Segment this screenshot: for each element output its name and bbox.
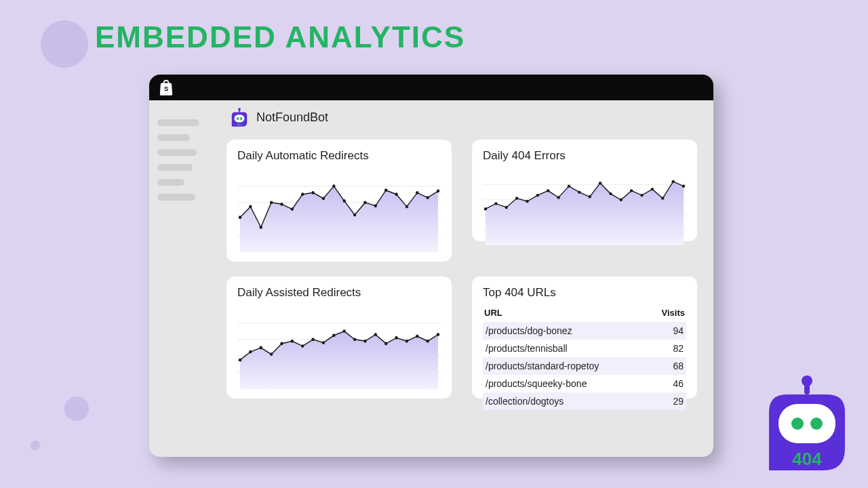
col-header-url: URL — [484, 308, 502, 318]
svg-point-71 — [363, 340, 366, 343]
cell-url: /products/standard-ropetoy — [486, 361, 599, 371]
sidebar-item-placeholder[interactable] — [157, 149, 197, 156]
svg-point-65 — [301, 344, 304, 348]
svg-point-73 — [384, 342, 387, 346]
svg-point-45 — [588, 195, 591, 198]
col-header-visits: Visits — [662, 308, 685, 318]
table-row[interactable]: /products/standard-ropetoy68 — [483, 357, 686, 375]
svg-point-30 — [437, 189, 439, 192]
svg-point-44 — [578, 190, 580, 193]
svg-rect-80 — [804, 384, 810, 394]
svg-point-40 — [536, 194, 539, 197]
cell-visits: 68 — [673, 361, 684, 371]
svg-point-74 — [395, 336, 397, 340]
svg-point-42 — [557, 196, 559, 199]
svg-point-35 — [484, 207, 487, 210]
svg-point-37 — [505, 206, 508, 209]
page-title: EMBEDDED ANALYTICS — [95, 20, 465, 54]
svg-point-39 — [526, 200, 528, 203]
table-body: /products/dog-bonez94/products/tennisbal… — [483, 322, 686, 410]
svg-point-62 — [270, 352, 273, 356]
svg-point-52 — [661, 197, 664, 199]
cell-url: /collection/dogtoys — [486, 396, 564, 407]
svg-point-23 — [363, 201, 366, 204]
svg-point-29 — [426, 196, 429, 199]
svg-text:S: S — [164, 85, 168, 92]
card-title: Daily 404 Errors — [483, 149, 686, 163]
svg-point-82 — [791, 418, 804, 430]
shopify-bag-icon: S — [159, 79, 174, 96]
cell-url: /products/dog-bonez — [486, 325, 572, 336]
svg-point-4 — [237, 117, 239, 120]
table-row[interactable]: /products/dog-bonez94 — [483, 322, 686, 340]
svg-point-25 — [384, 188, 387, 192]
svg-point-69 — [342, 329, 345, 333]
svg-point-75 — [406, 340, 408, 343]
sidebar-item-placeholder[interactable] — [157, 134, 190, 141]
chart-404-errors — [483, 167, 686, 248]
sidebar-item-placeholder[interactable] — [157, 179, 184, 186]
svg-point-47 — [609, 192, 612, 195]
svg-point-50 — [640, 194, 643, 197]
table-row[interactable]: /products/tennisball82 — [483, 340, 686, 357]
svg-point-14 — [270, 201, 273, 204]
card-daily-404-errors: Daily 404 Errors — [472, 140, 697, 241]
svg-point-26 — [395, 192, 397, 196]
app-content: 404 NotFoundBot Daily Automatic Redirect… — [210, 100, 713, 457]
app-window: S 404 — [149, 75, 713, 457]
svg-point-54 — [682, 184, 685, 187]
svg-point-48 — [620, 199, 623, 201]
svg-point-15 — [280, 203, 283, 206]
sidebar-item-placeholder[interactable] — [157, 164, 193, 171]
card-daily-assisted-redirects: Daily Assisted Redirects — [226, 277, 452, 399]
svg-point-5 — [240, 117, 243, 120]
svg-point-49 — [630, 189, 633, 192]
svg-point-22 — [353, 214, 356, 217]
decorative-circle — [41, 20, 88, 68]
svg-point-38 — [515, 197, 518, 199]
card-title: Top 404 URLs — [483, 286, 686, 300]
svg-point-36 — [494, 202, 497, 205]
svg-point-18 — [311, 191, 314, 195]
svg-point-77 — [426, 340, 429, 343]
cell-visits: 94 — [673, 325, 684, 336]
svg-rect-3 — [235, 115, 245, 122]
svg-point-68 — [332, 333, 335, 337]
cell-visits: 29 — [673, 396, 684, 407]
decorative-circle — [64, 396, 89, 421]
chart-assisted-redirects — [237, 304, 441, 392]
chart-auto-redirects — [237, 167, 441, 255]
svg-point-21 — [342, 199, 345, 203]
cell-visits: 46 — [673, 378, 684, 389]
svg-point-12 — [249, 205, 252, 209]
svg-point-72 — [374, 333, 377, 336]
card-title: Daily Assisted Redirects — [237, 286, 441, 300]
sidebar-item-placeholder[interactable] — [157, 119, 199, 126]
notfoundbot-logo-icon: 404 — [760, 374, 854, 476]
table-row[interactable]: /collection/dogtoys29 — [483, 392, 686, 410]
svg-point-60 — [249, 350, 252, 354]
sidebar — [149, 100, 210, 457]
svg-point-11 — [239, 216, 241, 219]
svg-point-27 — [406, 205, 408, 209]
table-header-row: URL Visits — [483, 304, 686, 322]
svg-rect-2 — [239, 110, 240, 113]
table-row[interactable]: /products/squeeky-bone46 — [483, 375, 686, 392]
svg-point-19 — [322, 197, 325, 200]
svg-point-43 — [568, 184, 570, 187]
app-header: 404 NotFoundBot — [226, 107, 697, 127]
card-title: Daily Automatic Redirects — [237, 149, 441, 163]
svg-point-59 — [239, 359, 241, 362]
svg-point-24 — [374, 204, 377, 207]
svg-point-63 — [280, 342, 283, 346]
app-titlebar: S — [149, 75, 713, 100]
bot-404-label: 404 — [792, 449, 822, 469]
svg-point-76 — [416, 335, 418, 338]
sidebar-item-placeholder[interactable] — [157, 194, 195, 201]
svg-point-46 — [599, 182, 601, 184]
svg-text:404: 404 — [237, 123, 243, 127]
svg-point-13 — [260, 226, 262, 229]
app-name: NotFoundBot — [256, 110, 328, 125]
svg-rect-81 — [778, 404, 835, 443]
cell-visits: 82 — [673, 343, 684, 354]
